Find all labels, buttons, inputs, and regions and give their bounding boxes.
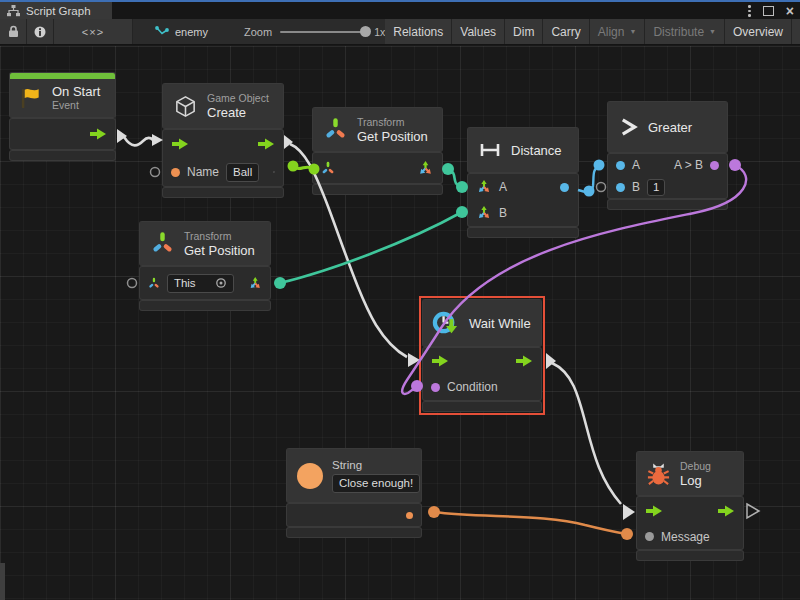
string-icon (297, 463, 323, 489)
maximize-icon[interactable] (763, 6, 774, 16)
output-label: A > B (674, 158, 703, 172)
distance-icon (478, 141, 502, 159)
port-label: B (632, 180, 640, 194)
object-picker-icon[interactable] (215, 277, 227, 289)
window-menu-icon[interactable] (748, 5, 751, 17)
b-value-field[interactable]: 1 (647, 179, 665, 196)
game-object-output-port[interactable] (273, 164, 275, 180)
exec-output-port[interactable] (257, 138, 275, 150)
node-category: Game Object (207, 92, 269, 105)
string-output-port[interactable] (406, 512, 413, 519)
port-label: Message (661, 530, 710, 544)
node-title: Distance (511, 143, 562, 158)
dropdown-caret-icon: ▼ (629, 28, 636, 35)
wait-clock-icon (431, 310, 460, 337)
info-icon (34, 26, 46, 38)
zoom-slider-handle[interactable] (360, 26, 371, 37)
node-greater[interactable]: Greater A A > B B 1 (608, 102, 727, 211)
flag-icon (18, 86, 43, 111)
zoom-label: Zoom (244, 26, 272, 38)
bug-icon (646, 461, 671, 487)
node-get-position-top[interactable]: Transform Get Position (313, 108, 442, 196)
relations-button[interactable]: Relations (385, 19, 452, 44)
lock-button[interactable] (0, 19, 27, 44)
node-game-object-create[interactable]: Game Object Create Name Ball (163, 84, 283, 199)
float-output-port[interactable] (560, 183, 569, 192)
node-title: Get Position (357, 129, 428, 144)
tab-label: Script Graph (26, 5, 91, 17)
node-debug-log[interactable]: Debug Log Message (637, 452, 743, 562)
lock-icon (7, 25, 20, 38)
vector3-output-port[interactable] (417, 160, 434, 177)
node-wait-while[interactable]: Wait While Condition (423, 300, 541, 411)
selection-outline: Wait While Condition (419, 296, 545, 415)
target-field[interactable]: This (167, 274, 234, 293)
port-label: B (499, 206, 507, 220)
node-distance[interactable]: Distance A B (468, 128, 578, 239)
exec-output-port[interactable] (515, 355, 533, 367)
node-title: Create (207, 105, 269, 120)
titlebar: Script Graph × (0, 2, 800, 19)
transform-input-port[interactable] (148, 276, 160, 291)
node-title: String (332, 459, 420, 472)
info-button[interactable] (27, 19, 54, 44)
close-icon[interactable]: × (786, 4, 794, 18)
vertical-scrollbar-thumb[interactable] (0, 563, 5, 600)
condition-input-port[interactable] (431, 383, 440, 392)
transform-input-port[interactable] (321, 161, 335, 176)
port-label: Condition (447, 380, 498, 394)
zoom-value: 1x (374, 26, 385, 38)
port-label: A (499, 180, 507, 194)
port-label: Name (187, 165, 219, 179)
node-subtitle: Event (52, 99, 100, 112)
node-title: Wait While (469, 316, 531, 331)
vector3-input-port-a[interactable] (476, 179, 492, 195)
dropdown-caret-icon: ▼ (709, 28, 716, 35)
message-input-port[interactable] (645, 532, 654, 541)
node-title: Log (680, 473, 711, 488)
node-title: On Start (52, 84, 100, 99)
vector3-input-port-b[interactable] (476, 205, 492, 221)
exec-input-port[interactable] (171, 138, 189, 150)
input-port-b[interactable] (616, 183, 625, 192)
graph-name: enemy (175, 26, 208, 38)
graph-reference[interactable]: enemy (155, 19, 208, 44)
cube-icon (173, 94, 198, 119)
distribute-button: Distribute▼ (645, 19, 725, 44)
carry-button[interactable]: Carry (543, 19, 589, 44)
exec-output-port[interactable] (89, 128, 107, 140)
transform-icon (150, 231, 175, 256)
input-port-a[interactable] (616, 161, 625, 170)
node-string-literal[interactable]: String Close enough! (287, 449, 421, 539)
align-button: Align▼ (590, 19, 646, 44)
node-on-start-event[interactable]: On Start Event (10, 73, 115, 162)
exec-input-port[interactable] (645, 505, 663, 517)
bool-output-port[interactable] (710, 161, 719, 170)
string-input-port[interactable] (171, 168, 180, 177)
exec-output-port[interactable] (717, 505, 735, 517)
code-view-button[interactable]: <×> (54, 19, 133, 44)
node-title: Get Position (184, 243, 255, 258)
string-value-field[interactable]: Close enough! (332, 474, 420, 493)
tab-script-graph[interactable]: Script Graph (0, 2, 112, 19)
transform-icon (323, 117, 348, 142)
name-value-field[interactable]: Ball (226, 163, 259, 182)
node-get-position-bottom[interactable]: Transform Get Position This (140, 222, 270, 312)
zoom-slider[interactable] (280, 31, 366, 33)
exec-input-port[interactable] (431, 355, 449, 367)
graph-pointer-icon (155, 26, 169, 38)
script-graph-window: Script Graph × < (0, 0, 800, 600)
values-button[interactable]: Values (452, 19, 505, 44)
node-category: Transform (184, 230, 255, 243)
node-title: Greater (648, 120, 692, 135)
port-label: A (632, 158, 640, 172)
graph-toolbar: <×> enemy Zoom 1x Relations Values Dim C… (0, 19, 800, 45)
overview-button[interactable]: Overview (725, 19, 792, 44)
code-glyph: <×> (82, 26, 104, 38)
full-screen-button[interactable]: Full Screen (792, 19, 800, 44)
greater-icon (618, 116, 639, 138)
vector3-output-port[interactable] (248, 275, 262, 292)
dim-button[interactable]: Dim (505, 19, 543, 44)
node-category: Debug (680, 460, 711, 473)
node-category: Transform (357, 116, 428, 129)
